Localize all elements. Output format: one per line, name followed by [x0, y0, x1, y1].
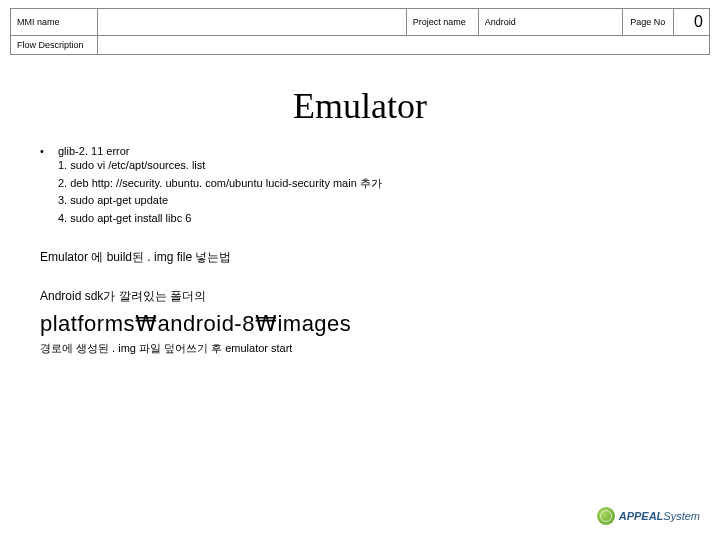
project-name-value: Android — [478, 9, 622, 36]
path-text: platforms₩android-8₩images — [40, 311, 680, 337]
page-no-value: 0 — [674, 9, 710, 36]
bullet-icon: • — [40, 145, 58, 157]
step-2: 2. deb http: //security. ubuntu. com/ubu… — [58, 175, 680, 193]
mmi-name-label: MMI name — [11, 9, 98, 36]
header-table: MMI name Project name Android Page No 0 … — [10, 8, 710, 55]
logo-icon — [597, 507, 615, 525]
flow-description-label: Flow Description — [11, 36, 98, 55]
mmi-name-value — [98, 9, 406, 36]
footer-logo: APPEALSystem — [597, 507, 700, 525]
step-3: 3. sudo apt-get update — [58, 192, 680, 210]
project-name-label: Project name — [406, 9, 478, 36]
logo-bold: APPEAL — [619, 510, 664, 522]
content-area: • glib-2. 11 error 1. sudo vi /etc/apt/s… — [40, 145, 680, 356]
sub-heading-2: Android sdk가 깔려있는 폴더의 — [40, 288, 680, 305]
step-1: 1. sudo vi /etc/apt/sources. list — [58, 157, 680, 175]
step-4: 4. sudo apt-get install libc 6 — [58, 210, 680, 228]
bullet-heading: glib-2. 11 error — [58, 145, 680, 157]
page-no-label: Page No — [622, 9, 673, 36]
page-title: Emulator — [0, 85, 720, 127]
flow-description-value — [98, 36, 710, 55]
logo-text: APPEALSystem — [619, 510, 700, 522]
logo-light: System — [663, 510, 700, 522]
final-note: 경로에 생성된 . img 파일 덮어쓰기 후 emulator start — [40, 341, 680, 356]
sub-heading-1: Emulator 에 build된 . img file 넣는법 — [40, 249, 680, 266]
